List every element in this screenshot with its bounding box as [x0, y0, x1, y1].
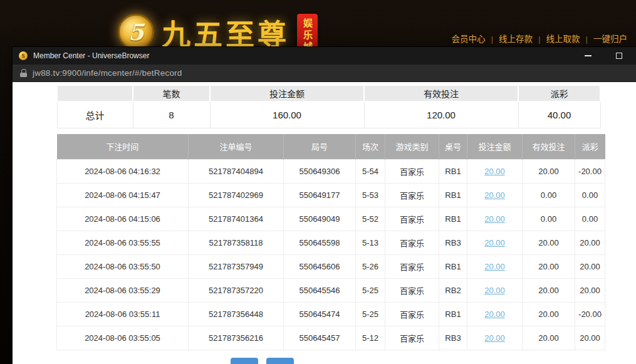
cell-payout: 20.00 — [575, 326, 605, 350]
cell-round-no: 550645606 — [284, 255, 356, 279]
cell-table-no: RB1 — [439, 303, 467, 326]
browser-titlebar: 5 Member Center - UniverseBrowser — [13, 47, 636, 65]
table-row: 2024-08-06 03:55:11 521787356448 5506454… — [57, 303, 605, 326]
bet-amount-link[interactable]: 20.00 — [484, 286, 505, 295]
table-row: 2024-08-06 03:55:50 521787357949 5506456… — [57, 255, 605, 279]
cell-valid-bet: 20.00 — [523, 231, 575, 255]
bet-amount-link[interactable]: 20.00 — [484, 238, 505, 247]
cell-bet-time: 2024-08-06 03:55:50 — [57, 255, 189, 279]
nav-member-center[interactable]: 会员中心 — [451, 34, 485, 44]
cell-game-type: 百家乐 — [385, 326, 439, 350]
cell-valid-bet: 20.00 — [523, 279, 575, 303]
cell-table-no: RB1 — [439, 160, 467, 184]
bet-amount-link[interactable]: 20.00 — [484, 214, 505, 224]
nav-online-deposit[interactable]: 线上存款 — [499, 34, 533, 44]
maximize-button[interactable] — [608, 47, 630, 65]
browser-urlbar[interactable]: jw88.tv:9900/infe/mcenter/#/betRecord — [13, 65, 636, 82]
window-title: Member Center - UniverseBrowser — [33, 51, 577, 60]
bet-amount-link[interactable]: 20.00 — [484, 190, 505, 200]
cell-bet-time: 2024-08-06 04:15:47 — [57, 184, 189, 207]
nav-online-withdraw[interactable]: 线上取款 — [546, 34, 580, 44]
cell-bet-id: 521787358118 — [189, 231, 284, 255]
cell-round-no: 550645457 — [284, 326, 356, 350]
cell-table-no: RB1 — [439, 207, 467, 231]
minimize-icon — [585, 55, 592, 56]
cell-bet-time: 2024-08-06 04:15:06 — [57, 207, 189, 231]
header-bet-amount: 投注金额 — [467, 134, 523, 160]
cell-bet-amount: 20.00 — [467, 326, 523, 350]
cell-valid-bet: 20.00 — [523, 160, 575, 184]
cell-valid-bet: 0.00 — [523, 184, 575, 207]
cell-game-type: 百家乐 — [385, 184, 439, 207]
bet-amount-link[interactable]: 20.00 — [484, 333, 505, 343]
cell-bet-time: 2024-08-06 04:16:32 — [57, 160, 189, 184]
cell-round-no: 550645598 — [284, 231, 356, 255]
nav-separator: | — [580, 34, 593, 44]
cell-table-no: RB1 — [439, 184, 467, 207]
cell-game-type: 百家乐 — [385, 207, 439, 231]
table-row: 2024-08-06 03:55:05 521787356216 5506454… — [57, 326, 605, 350]
cell-session: 5-13 — [356, 231, 385, 255]
cell-bet-time: 2024-08-06 03:55:05 — [57, 326, 189, 350]
cell-session: 5-53 — [356, 184, 385, 207]
cell-valid-bet: 0.00 — [523, 207, 575, 231]
table-row: 2024-08-06 03:55:29 521787357220 5506455… — [57, 279, 605, 303]
nav-one-key-transfer[interactable]: 一键归户 — [593, 34, 627, 44]
cell-table-no: RB1 — [439, 255, 467, 279]
cell-game-type: 百家乐 — [385, 231, 439, 255]
cell-bet-id: 521787404894 — [189, 160, 284, 184]
nav-separator: | — [533, 34, 546, 44]
cell-session: 5-54 — [356, 160, 385, 184]
site-logo-title: 九五至尊 — [162, 11, 289, 53]
cell-payout: 20.00 — [575, 279, 605, 303]
cell-game-type: 百家乐 — [385, 279, 439, 303]
cell-round-no: 550649049 — [284, 207, 356, 231]
bet-amount-link[interactable]: 20.00 — [484, 309, 505, 319]
table-row: 2024-08-06 03:55:55 521787358118 5506455… — [57, 231, 605, 255]
cell-payout: 20.00 — [575, 255, 605, 279]
cell-payout: 0.00 — [575, 184, 605, 207]
minimize-button[interactable] — [577, 47, 598, 65]
cell-session: 5-26 — [356, 255, 385, 279]
summary-total-payout: 40.00 — [518, 101, 600, 128]
bet-amount-link[interactable]: 20.00 — [484, 167, 505, 176]
cell-bet-id: 521787356216 — [189, 326, 284, 350]
bet-record-table: 下注时间 注单编号 局号 场次 游戏类别 桌号 投注金额 有效投注 派彩 202… — [56, 134, 605, 351]
nav-separator: | — [485, 34, 499, 44]
cell-session: 5-25 — [356, 303, 385, 326]
pagination-button[interactable] — [231, 358, 258, 364]
cell-valid-bet: 20.00 — [523, 255, 575, 279]
cell-payout: -20.00 — [575, 160, 605, 184]
cell-bet-time: 2024-08-06 03:55:29 — [57, 279, 189, 303]
cell-bet-time: 2024-08-06 03:55:55 — [57, 231, 189, 255]
header-session: 场次 — [356, 134, 385, 160]
cell-bet-amount: 20.00 — [467, 231, 523, 255]
cell-bet-amount: 20.00 — [467, 160, 523, 184]
cell-round-no: 550645546 — [284, 279, 356, 303]
cell-session: 5-25 — [356, 279, 385, 303]
site-nav: 会员中心|线上存款|线上取款|一键归户 — [451, 32, 627, 44]
cell-table-no: RB2 — [439, 279, 467, 303]
page-content: 笔数 投注金额 有效投注 派彩 总计 8 160.00 120.00 40.00 — [13, 82, 636, 364]
browser-favicon-icon: 5 — [19, 51, 28, 60]
cell-round-no: 550645474 — [284, 303, 356, 326]
cell-payout: -20.00 — [575, 303, 605, 326]
summary-header-valid-bet: 有效投注 — [364, 85, 518, 101]
header-bet-time: 下注时间 — [57, 134, 189, 160]
cell-session: 5-12 — [356, 326, 385, 350]
bet-amount-link[interactable]: 20.00 — [484, 262, 505, 271]
cell-session: 5-52 — [356, 207, 385, 231]
header-bet-id: 注单编号 — [189, 134, 284, 160]
pagination — [231, 358, 636, 364]
bet-table-header-row: 下注时间 注单编号 局号 场次 游戏类别 桌号 投注金额 有效投注 派彩 — [57, 134, 605, 160]
cell-bet-id: 521787357949 — [189, 255, 284, 279]
summary-total-count: 8 — [133, 101, 210, 128]
summary-header-count: 笔数 — [133, 85, 210, 101]
cell-bet-id: 521787402969 — [189, 184, 284, 207]
url-text[interactable]: jw88.tv:9900/infe/mcenter/#/betRecord — [33, 68, 182, 78]
cell-game-type: 百家乐 — [385, 303, 439, 326]
table-row: 2024-08-06 04:15:47 521787402969 5506491… — [57, 184, 605, 207]
cell-game-type: 百家乐 — [385, 160, 439, 184]
pagination-button[interactable] — [266, 358, 294, 364]
cell-bet-amount: 20.00 — [467, 255, 523, 279]
